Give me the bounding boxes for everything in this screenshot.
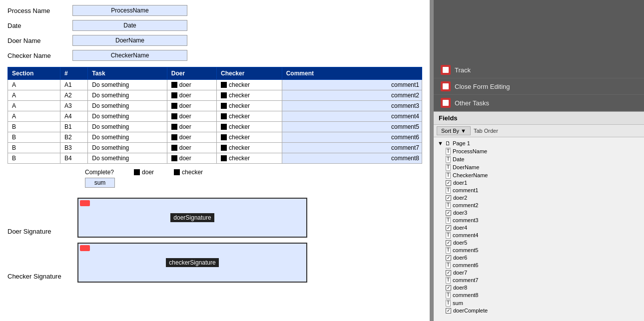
fields-tree-item[interactable]: ✓doer4 — [434, 224, 644, 231]
sort-by-button[interactable]: Sort By ▼ — [437, 126, 471, 135]
table-row: A A1 Do something doer checker — [8, 80, 422, 90]
checker-signature-box[interactable]: checkerSignature — [77, 243, 307, 283]
comment-input[interactable] — [282, 80, 422, 90]
cell-doer[interactable]: doer — [167, 111, 216, 122]
cell-num: A3 — [60, 101, 88, 111]
fields-tree-item[interactable]: Tcomment2 — [434, 201, 644, 209]
field-item-label: doer2 — [453, 195, 467, 201]
comment-input[interactable] — [282, 122, 422, 132]
cell-checker[interactable]: checker — [217, 122, 282, 132]
cell-num: A4 — [60, 111, 88, 122]
fields-tree-item[interactable]: ✓doer2 — [434, 194, 644, 201]
fields-tree-item[interactable]: Tcomment8 — [434, 291, 644, 299]
cell-doer[interactable]: doer — [167, 101, 216, 111]
fields-tree-item[interactable]: Tcomment1 — [434, 186, 644, 194]
doer-name-input[interactable] — [72, 35, 187, 46]
complete-doer-label[interactable]: doer — [142, 169, 154, 176]
cell-checker[interactable]: checker — [217, 153, 282, 164]
process-name-input[interactable] — [72, 5, 187, 16]
svg-rect-2 — [443, 100, 449, 106]
cell-comment[interactable] — [282, 143, 422, 153]
fields-tree-item[interactable]: Tcomment4 — [434, 231, 644, 239]
complete-checker-label[interactable]: checker — [182, 169, 203, 176]
cell-section: B — [8, 143, 60, 153]
fields-tree-item[interactable]: ✓doer7 — [434, 269, 644, 276]
cell-doer[interactable]: doer — [167, 153, 216, 164]
cell-task: Do something — [88, 122, 167, 132]
cell-doer[interactable]: doer — [167, 132, 216, 143]
panel-divider[interactable] — [430, 0, 434, 321]
fields-tree-item[interactable]: Tcomment7 — [434, 276, 644, 284]
sum-input[interactable] — [85, 178, 115, 188]
comment-input[interactable] — [282, 153, 422, 163]
fields-tree-item[interactable]: TCheckerName — [434, 171, 644, 179]
fields-tree-item[interactable]: ✓doer6 — [434, 254, 644, 261]
cell-comment[interactable] — [282, 122, 422, 132]
cell-doer[interactable]: doer — [167, 122, 216, 132]
cell-doer[interactable]: doer — [167, 90, 216, 101]
fields-toolbar: Sort By ▼ Tab Order — [434, 125, 644, 137]
cell-comment[interactable] — [282, 153, 422, 164]
track-label: Track — [455, 66, 471, 74]
fields-tree-item[interactable]: Tcomment6 — [434, 261, 644, 269]
fields-tree-item[interactable]: ✓doer1 — [434, 179, 644, 186]
track-action[interactable]: Track — [434, 62, 644, 78]
doer-cb-icon — [171, 82, 177, 88]
comment-input[interactable] — [282, 101, 422, 111]
checker-name-input[interactable] — [72, 50, 187, 61]
fields-tree-item[interactable]: TDoerName — [434, 163, 644, 171]
cell-num: B3 — [60, 143, 88, 153]
fields-tree-item[interactable]: ✓doer5 — [434, 239, 644, 246]
doer-cb-icon — [171, 155, 177, 161]
date-label: Date — [7, 22, 72, 29]
comment-input[interactable] — [282, 111, 422, 121]
date-input[interactable] — [72, 20, 187, 31]
comment-input[interactable] — [282, 132, 422, 142]
cell-checker[interactable]: checker — [217, 111, 282, 122]
fields-panel: Fields Sort By ▼ Tab Order ▼ 🗋 Page 1 TP… — [434, 111, 644, 321]
tab-order-label[interactable]: Tab Order — [474, 128, 498, 134]
cell-comment[interactable] — [282, 80, 422, 90]
complete-label: Complete? — [85, 169, 114, 176]
checker-cb-icon — [221, 145, 227, 151]
cell-doer[interactable]: doer — [167, 143, 216, 153]
comment-input[interactable] — [282, 90, 422, 100]
cell-comment[interactable] — [282, 111, 422, 122]
close-form-editing-action[interactable]: Close Form Editing — [434, 78, 644, 95]
doer-signature-box[interactable]: doerSignature — [77, 198, 307, 238]
expand-icon[interactable]: ▼ — [438, 140, 443, 146]
checker-signature-field: checkerSignature — [166, 258, 218, 267]
cell-num: B1 — [60, 122, 88, 132]
cell-doer[interactable]: doer — [167, 80, 216, 90]
fields-tree-item[interactable]: Tcomment5 — [434, 246, 644, 254]
fields-tree-item[interactable]: Tsum — [434, 299, 644, 307]
fields-tree-item[interactable]: TDate — [434, 155, 644, 163]
cell-comment[interactable] — [282, 101, 422, 111]
checker-value: checker — [229, 92, 250, 99]
field-item-label: doer5 — [453, 240, 467, 246]
cell-checker[interactable]: checker — [217, 101, 282, 111]
cell-checker[interactable]: checker — [217, 90, 282, 101]
cell-section: A — [8, 101, 60, 111]
doer-signature-label: Doer Signature — [7, 228, 72, 238]
comment-input[interactable] — [282, 143, 422, 153]
fields-tree-item[interactable]: ✓doerComplete — [434, 307, 644, 314]
doer-cb-icon — [171, 134, 177, 140]
field-item-label: doer8 — [453, 285, 467, 291]
page-label: Page 1 — [453, 140, 470, 146]
fields-tree-item[interactable]: ✓doer3 — [434, 209, 644, 216]
cell-checker[interactable]: checker — [217, 143, 282, 153]
fields-tree-item[interactable]: Tcomment3 — [434, 216, 644, 224]
checker-cb-icon — [221, 113, 227, 119]
field-item-label: comment6 — [453, 262, 478, 268]
cell-comment[interactable] — [282, 90, 422, 101]
fields-tree-item[interactable]: TProcessName — [434, 147, 644, 155]
cell-checker[interactable]: checker — [217, 80, 282, 90]
cell-checker[interactable]: checker — [217, 132, 282, 143]
fields-tree-item[interactable]: ✓doer8 — [434, 284, 644, 291]
table-row: A A4 Do something doer checker — [8, 111, 422, 122]
doer-value: doer — [179, 155, 191, 162]
cell-comment[interactable] — [282, 132, 422, 143]
other-tasks-action[interactable]: Other Tasks — [434, 95, 644, 111]
fields-list: TProcessNameTDateTDoerNameTCheckerName✓d… — [434, 147, 644, 314]
